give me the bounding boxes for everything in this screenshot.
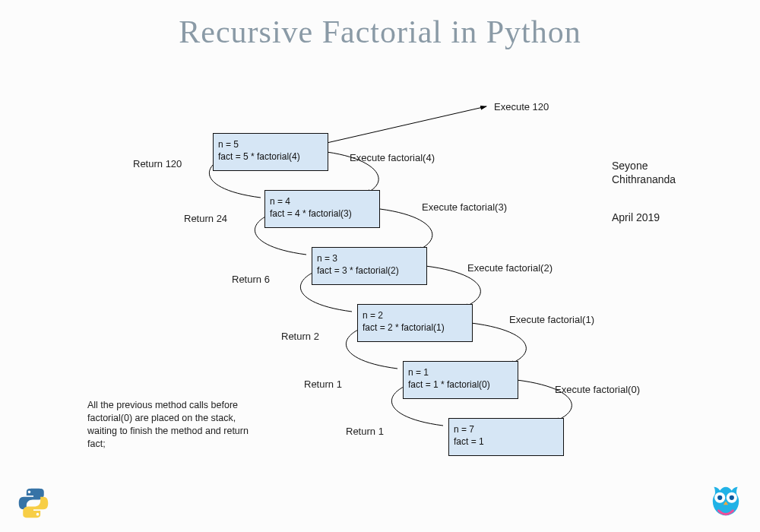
execute-label-0: Execute factorial(0) xyxy=(555,384,640,395)
author-date: April 2019 xyxy=(612,211,660,223)
call-box-n3: n = 3 fact = 3 * factorial(2) xyxy=(312,247,427,285)
return-label-120: Return 120 xyxy=(133,158,182,169)
box-line: fact = 2 * factorial(1) xyxy=(363,321,467,334)
call-box-n1: n = 1 fact = 1 * factorial(0) xyxy=(403,361,518,399)
box-line: n = 4 xyxy=(270,195,375,207)
call-box-n0: n = 7 fact = 1 xyxy=(448,418,564,456)
stack-explanation-note: All the previous method calls before fac… xyxy=(87,399,262,451)
box-line: n = 1 xyxy=(408,366,513,378)
box-line: fact = 4 * factorial(3) xyxy=(270,207,375,220)
box-line: n = 2 xyxy=(363,309,467,321)
svg-point-3 xyxy=(730,496,734,500)
svg-point-2 xyxy=(717,496,722,500)
box-line: n = 3 xyxy=(317,252,422,264)
return-label-6: Return 6 xyxy=(232,274,270,285)
diagram-stage: n = 5 fact = 5 * factorial(4) n = 4 fact… xyxy=(0,76,760,532)
box-line: fact = 3 * factorial(2) xyxy=(317,264,422,277)
python-logo-icon xyxy=(17,486,50,520)
box-line: fact = 1 * factorial(0) xyxy=(408,378,513,391)
author-name-line1: Seyone xyxy=(612,160,648,172)
call-box-n2: n = 2 fact = 2 * factorial(1) xyxy=(357,304,473,342)
call-box-n4: n = 4 fact = 4 * factorial(3) xyxy=(264,190,380,228)
execute-result-label: Execute 120 xyxy=(494,101,549,112)
execute-label-1: Execute factorial(1) xyxy=(509,314,594,325)
owl-logo-icon xyxy=(707,483,745,521)
author-name-line2: Chithrananda xyxy=(612,173,676,185)
page-title: Recursive Factorial in Python xyxy=(0,0,760,50)
return-label-2: Return 2 xyxy=(281,331,319,342)
box-line: n = 5 xyxy=(218,138,323,150)
return-label-24: Return 24 xyxy=(184,213,227,224)
box-line: fact = 5 * factorial(4) xyxy=(218,150,323,163)
return-label-1b: Return 1 xyxy=(346,426,384,437)
call-box-n5: n = 5 fact = 5 * factorial(4) xyxy=(213,133,328,171)
return-label-1a: Return 1 xyxy=(304,378,342,390)
execute-label-3: Execute factorial(3) xyxy=(422,201,507,213)
box-line: fact = 1 xyxy=(454,435,559,448)
box-line: n = 7 xyxy=(454,423,559,435)
execute-label-2: Execute factorial(2) xyxy=(467,262,553,274)
execute-label-4: Execute factorial(4) xyxy=(350,152,435,163)
